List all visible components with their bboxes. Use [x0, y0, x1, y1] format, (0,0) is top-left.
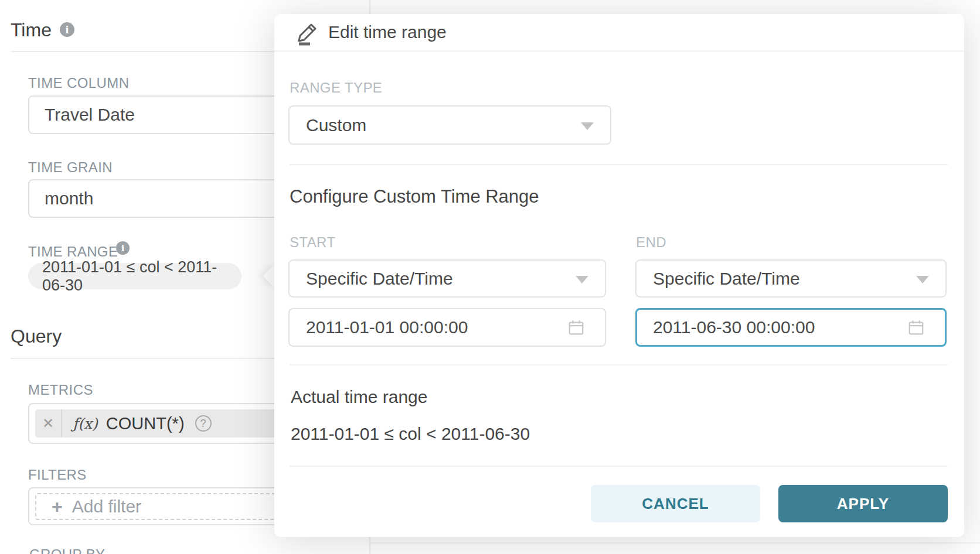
metrics-label: METRICS: [28, 382, 93, 398]
end-mode-value: Specific Date/Time: [653, 269, 800, 289]
popover-title: Edit time range: [328, 22, 447, 42]
function-icon: ƒ(x): [73, 415, 98, 432]
time-info-icon[interactable]: i: [60, 22, 74, 37]
range-type-value: Custom: [306, 115, 366, 135]
end-date-input[interactable]: 2011-06-30 00:00:00: [635, 308, 947, 347]
range-type-select[interactable]: Custom: [288, 105, 611, 145]
chevron-down-icon: [581, 122, 594, 130]
time-column-value: Travel Date: [45, 105, 135, 125]
apply-button[interactable]: APPLY: [778, 485, 948, 522]
calendar-icon[interactable]: [567, 319, 585, 336]
metric-name: COUNT(*): [106, 414, 185, 433]
end-mode-select[interactable]: Specific Date/Time: [635, 259, 947, 297]
calendar-icon[interactable]: [907, 319, 925, 336]
start-mode-select[interactable]: Specific Date/Time: [288, 259, 606, 297]
time-range-pill[interactable]: 2011-01-01 ≤ col < 2011-06-30: [28, 263, 241, 289]
start-date-input[interactable]: 2011-01-01 00:00:00: [288, 308, 606, 347]
end-date-value: 2011-06-30 00:00:00: [653, 317, 815, 337]
chevron-down-icon: [916, 276, 929, 283]
start-label: START: [290, 234, 335, 251]
superset-explore-screen: Time i TIME COLUMN Travel Date TIME GRAI…: [0, 0, 980, 554]
end-label: END: [636, 234, 666, 251]
metric-help-icon[interactable]: ?: [195, 415, 212, 432]
time-grain-label: TIME GRAIN: [28, 159, 113, 176]
cancel-button[interactable]: CANCEL: [591, 485, 760, 522]
popover-header: Edit time range: [274, 14, 964, 52]
section-divider: [290, 364, 948, 365]
time-range-info-icon[interactable]: i: [116, 241, 130, 255]
time-section-title: Time: [11, 19, 52, 41]
plus-icon: +: [52, 497, 63, 516]
range-type-label: RANGE TYPE: [290, 80, 382, 96]
query-section-title: Query: [11, 326, 62, 347]
start-date-value: 2011-01-01 00:00:00: [306, 317, 468, 337]
time-column-label: TIME COLUMN: [28, 75, 129, 91]
actual-time-range-heading: Actual time range: [291, 387, 427, 407]
footer-divider: [290, 466, 948, 467]
chevron-down-icon: [576, 276, 588, 283]
configure-heading: Configure Custom Time Range: [290, 186, 539, 207]
remove-metric-icon[interactable]: ✕: [35, 409, 62, 437]
section-divider: [290, 164, 948, 165]
start-mode-value: Specific Date/Time: [306, 269, 453, 289]
time-grain-value: month: [45, 189, 93, 208]
actual-time-range-value: 2011-01-01 ≤ col < 2011-06-30: [291, 424, 530, 444]
filters-label: FILTERS: [28, 467, 87, 483]
edit-pencil-icon: [295, 21, 320, 46]
group-by-label: GROUP BY: [29, 546, 105, 554]
edit-time-range-popover: Edit time range RANGE TYPE Custom Config…: [274, 14, 964, 537]
add-filter-text: Add filter: [72, 497, 141, 517]
chart-area-divider: [369, 542, 980, 543]
